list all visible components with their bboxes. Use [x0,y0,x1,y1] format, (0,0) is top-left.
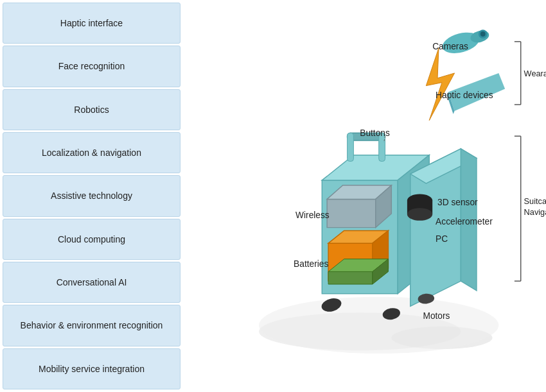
wireless-label: Wireless [295,210,330,220]
pc-label: PC [436,234,448,244]
diagram-panel: Cameras Haptic devices Wearable device B… [183,0,546,392]
accelerometer-label: Accelerometer [436,217,493,226]
svg-point-16 [480,31,486,37]
svg-point-2 [259,297,498,354]
suitcase-robot-label-1: Suitcase type [524,196,546,206]
wearable-device-label: Wearable device [524,69,546,78]
cameras-label: Cameras [432,42,468,51]
suitcase-robot-label-2: Navigation robot [524,207,546,217]
category-item-cloud-computing[interactable]: Cloud computing [3,219,181,260]
3d-sensor-label: 3D sensor [437,198,478,207]
category-item-face-recognition[interactable]: Face recognition [3,46,181,87]
batteries-label: Batteries [294,259,328,269]
category-item-mobility-service[interactable]: Mobility service integration [3,348,181,389]
category-item-localization-navigation[interactable]: Localization & navigation [3,132,181,173]
motors-label: Motors [423,311,450,321]
category-list: Haptic interfaceFace recognitionRobotics… [0,0,183,392]
category-item-behavior-recognition[interactable]: Behavior & environment recognition [3,305,181,346]
svg-point-11 [407,208,432,221]
category-item-assistive-technology[interactable]: Assistive technology [3,175,181,216]
category-item-robotics[interactable]: Robotics [3,89,181,130]
category-item-haptic-interface[interactable]: Haptic interface [3,3,181,44]
robot-diagram: Cameras Haptic devices Wearable device B… [189,6,546,386]
haptic-devices-label: Haptic devices [436,90,493,100]
svg-rect-4 [348,133,354,161]
category-item-conversational-ai[interactable]: Conversational AI [3,262,181,303]
buttons-label: Buttons [360,128,390,138]
svg-marker-12 [426,48,454,121]
